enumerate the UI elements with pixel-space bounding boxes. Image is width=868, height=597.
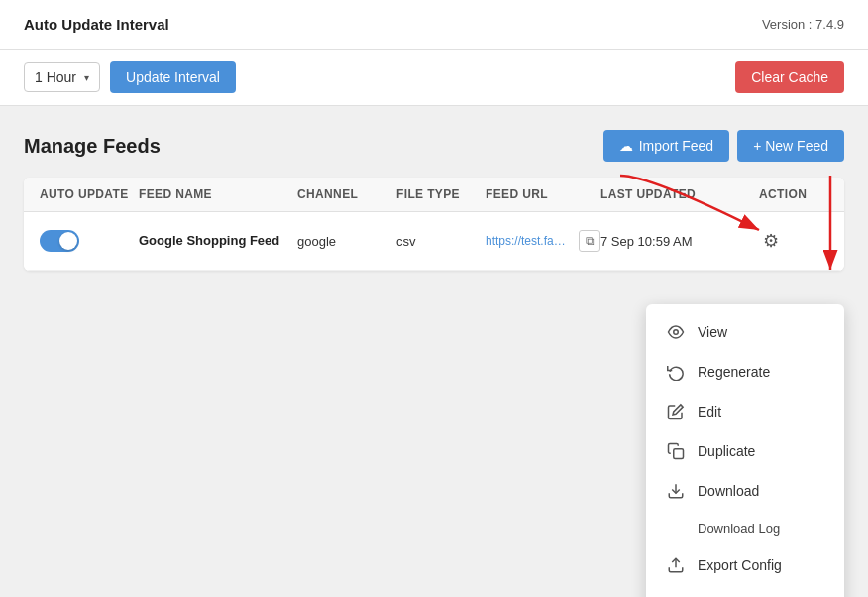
feed-name: Google Shopping Feed — [139, 232, 297, 250]
edit-icon — [666, 402, 686, 421]
svg-rect-3 — [674, 449, 684, 459]
menu-item-edit[interactable]: Edit — [646, 392, 844, 431]
filetype-value: csv — [396, 234, 416, 249]
feeds-actions: ☁ Import Feed + New Feed — [603, 130, 844, 162]
menu-download-label: Download — [698, 483, 759, 499]
duplicate-icon — [666, 441, 686, 461]
update-interval-button[interactable]: Update Interval — [110, 61, 236, 93]
copy-icon: ⧉ — [586, 234, 595, 248]
main-content: Manage Feeds ☁ Import Feed + New Feed AU… — [0, 106, 868, 582]
version-label: Version : 7.4.9 — [762, 17, 844, 32]
header-file-type: FILE TYPE — [396, 187, 486, 201]
top-bar: Auto Update Interval Version : 7.4.9 — [0, 0, 868, 50]
svg-point-2 — [674, 330, 679, 335]
feed-url-cell: https://test.fammusmith.com/.../google-.… — [486, 230, 600, 252]
menu-item-export-config[interactable]: Export Config — [646, 545, 844, 585]
menu-item-duplicate[interactable]: Duplicate — [646, 431, 844, 471]
menu-regenerate-label: Regenerate — [698, 364, 770, 380]
menu-duplicate-label: Duplicate — [698, 443, 755, 459]
menu-download-log-label: Download Log — [698, 521, 780, 536]
cloud-upload-icon: ☁ — [619, 138, 633, 154]
menu-export-config-label: Export Config — [698, 557, 782, 573]
controls-left: 1 Hour ▾ Update Interval — [24, 61, 236, 93]
header-channel: CHANNEL — [297, 187, 396, 201]
filetype-cell: csv — [396, 233, 486, 249]
download-icon — [666, 481, 686, 501]
red-arrow-decoration-2 — [771, 166, 850, 285]
copy-url-button[interactable]: ⧉ — [579, 230, 600, 252]
import-feed-label: Import Feed — [639, 138, 713, 154]
auto-update-toggle-cell — [40, 230, 139, 252]
clear-cache-button[interactable]: Clear Cache — [735, 61, 844, 93]
menu-view-label: View — [698, 324, 727, 340]
toggle-knob — [59, 232, 77, 250]
new-feed-button[interactable]: + New Feed — [737, 130, 844, 162]
interval-select[interactable]: 1 Hour ▾ — [24, 62, 100, 92]
context-menu: View Regenerate Edit — [646, 304, 844, 597]
toggle-switch[interactable] — [40, 230, 79, 252]
controls-bar: 1 Hour ▾ Update Interval Clear Cache — [0, 50, 868, 106]
channel-cell: google — [297, 233, 396, 249]
menu-item-view[interactable]: View — [646, 312, 844, 352]
view-icon — [666, 322, 686, 342]
auto-update-title: Auto Update Interval — [24, 16, 169, 33]
channel-value: google — [297, 234, 336, 249]
menu-item-download[interactable]: Download — [646, 471, 844, 511]
feeds-section-title: Manage Feeds — [24, 135, 161, 158]
menu-item-delete[interactable]: Delete — [646, 585, 844, 597]
menu-edit-label: Edit — [698, 404, 721, 419]
menu-item-download-log[interactable]: Download Log — [646, 511, 844, 545]
header-feed-url: FEED URL — [486, 187, 600, 201]
import-feed-button[interactable]: ☁ Import Feed — [603, 130, 729, 162]
regenerate-icon — [666, 362, 686, 382]
header-feed-name: FEED NAME — [139, 187, 297, 201]
feeds-header: Manage Feeds ☁ Import Feed + New Feed — [24, 130, 844, 162]
feed-url-text[interactable]: https://test.fammusmith.com/.../google-.… — [486, 234, 573, 248]
chevron-down-icon: ▾ — [84, 72, 89, 83]
menu-item-regenerate[interactable]: Regenerate — [646, 352, 844, 392]
red-arrow-decoration-1 — [610, 166, 769, 245]
header-auto-update: AUTO UPDATE — [40, 187, 139, 201]
export-config-icon — [666, 555, 686, 575]
feed-name-cell: Google Shopping Feed — [139, 232, 297, 250]
selected-interval: 1 Hour — [35, 69, 76, 85]
